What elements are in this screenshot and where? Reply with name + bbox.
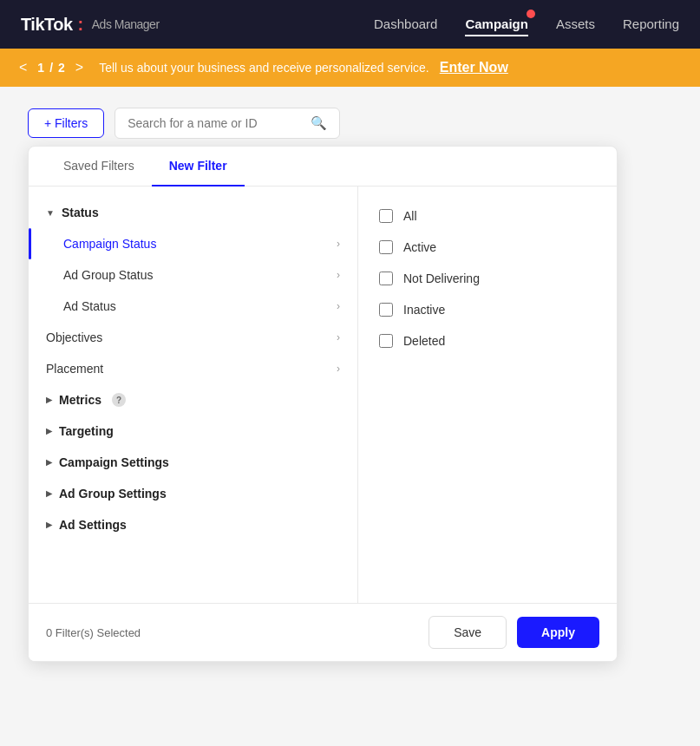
banner-prev-btn[interactable]: < xyxy=(14,58,32,77)
nav-assets[interactable]: Assets xyxy=(556,13,595,36)
nav-campaign-label: Campaign xyxy=(465,16,528,31)
logo-colon: : xyxy=(78,15,83,35)
filter-button[interactable]: + Filters xyxy=(28,108,104,138)
option-inactive-label: Inactive xyxy=(403,303,445,317)
banner-page1: 1 xyxy=(37,61,44,75)
logo: TikTok: Ads Manager xyxy=(21,15,160,35)
logo-tiktok: TikTok xyxy=(21,15,73,35)
promo-banner: < 1 / 2 > Tell us about your business an… xyxy=(0,49,700,87)
filter-categories: ▼ Status Campaign Status › Ad Group Stat… xyxy=(29,186,358,603)
placement-label: Placement xyxy=(46,362,103,376)
ad-group-status-chevron: › xyxy=(337,269,340,281)
option-active[interactable]: Active xyxy=(376,232,599,263)
apply-button[interactable]: Apply xyxy=(517,617,599,648)
metrics-section-header[interactable]: ▶ Metrics ? xyxy=(29,384,357,416)
metrics-help-icon: ? xyxy=(112,393,126,407)
status-section-header[interactable]: ▼ Status xyxy=(29,197,357,228)
campaign-status-item[interactable]: Campaign Status › xyxy=(29,228,357,259)
search-box: 🔍 xyxy=(114,108,340,139)
checkbox-all[interactable] xyxy=(379,209,393,223)
ad-group-settings-expand-arrow: ▶ xyxy=(46,489,52,498)
nav-dashboard[interactable]: Dashboard xyxy=(374,13,437,36)
option-deleted-label: Deleted xyxy=(403,334,445,348)
campaign-notification-dot xyxy=(527,10,535,18)
nav-campaign[interactable]: Campaign xyxy=(465,13,528,36)
checkbox-deleted[interactable] xyxy=(379,334,393,348)
metrics-expand-arrow: ▶ xyxy=(46,396,52,404)
banner-slash: / xyxy=(49,61,53,75)
filter-panel: Saved Filters New Filter ▼ Status Campai… xyxy=(28,146,618,662)
ad-status-item[interactable]: Ad Status › xyxy=(29,291,357,322)
status-collapse-arrow: ▼ xyxy=(46,208,55,218)
ad-group-settings-section-header[interactable]: ▶ Ad Group Settings xyxy=(29,478,357,509)
banner-next-btn[interactable]: > xyxy=(70,58,88,77)
banner-page2: 2 xyxy=(58,61,65,75)
campaign-settings-section-label: Campaign Settings xyxy=(59,455,169,469)
option-active-label: Active xyxy=(403,240,436,254)
option-all-label: All xyxy=(403,209,417,223)
placement-item[interactable]: Placement › xyxy=(29,353,357,384)
search-input[interactable] xyxy=(128,116,304,130)
panel-body: ▼ Status Campaign Status › Ad Group Stat… xyxy=(29,186,617,603)
ad-settings-expand-arrow: ▶ xyxy=(46,520,52,529)
ad-status-chevron: › xyxy=(337,300,340,312)
ad-group-status-item[interactable]: Ad Group Status › xyxy=(29,259,357,291)
banner-link[interactable]: Enter Now xyxy=(440,60,508,75)
nav-reporting[interactable]: Reporting xyxy=(623,13,679,36)
tab-new-filter[interactable]: New Filter xyxy=(152,147,245,186)
ad-group-settings-section-label: Ad Group Settings xyxy=(59,487,167,501)
logo-ads-manager: Ads Manager xyxy=(92,17,160,31)
tab-saved-filters[interactable]: Saved Filters xyxy=(46,147,152,186)
filter-count: 0 Filter(s) Selected xyxy=(46,626,141,639)
main-content: + Filters 🔍 Saved Filters New Filter ▼ S… xyxy=(0,87,700,683)
status-section-label: Status xyxy=(62,206,99,219)
ad-settings-section-header[interactable]: ▶ Ad Settings xyxy=(29,509,357,540)
placement-chevron: › xyxy=(337,363,340,375)
objectives-item[interactable]: Objectives › xyxy=(29,322,357,353)
option-all[interactable]: All xyxy=(376,200,599,232)
checkbox-active[interactable] xyxy=(379,240,393,254)
panel-tabs: Saved Filters New Filter xyxy=(29,147,617,186)
targeting-section-label: Targeting xyxy=(59,424,114,438)
ad-group-status-label: Ad Group Status xyxy=(63,268,154,282)
filter-options: All Active Not Delivering Inactive Delet xyxy=(358,186,617,603)
banner-message: Tell us about your business and receive … xyxy=(99,61,429,75)
search-icon: 🔍 xyxy=(311,115,327,131)
nav-links: Dashboard Campaign Assets Reporting xyxy=(374,13,679,36)
campaign-status-chevron: › xyxy=(337,238,340,250)
checkbox-inactive[interactable] xyxy=(379,303,393,317)
option-not-delivering[interactable]: Not Delivering xyxy=(376,263,599,294)
ad-settings-section-label: Ad Settings xyxy=(59,518,127,532)
campaign-status-label: Campaign Status xyxy=(63,237,156,251)
objectives-chevron: › xyxy=(337,331,340,344)
targeting-section-header[interactable]: ▶ Targeting xyxy=(29,416,357,447)
option-inactive[interactable]: Inactive xyxy=(376,294,599,325)
panel-footer: 0 Filter(s) Selected Save Apply xyxy=(29,603,617,661)
campaign-settings-section-header[interactable]: ▶ Campaign Settings xyxy=(29,447,357,478)
option-not-delivering-label: Not Delivering xyxy=(403,272,480,285)
checkbox-not-delivering[interactable] xyxy=(379,272,393,285)
metrics-section-label: Metrics xyxy=(59,393,101,407)
targeting-expand-arrow: ▶ xyxy=(46,427,52,435)
filter-bar: + Filters 🔍 xyxy=(28,108,672,139)
option-deleted[interactable]: Deleted xyxy=(376,325,599,357)
ad-status-label: Ad Status xyxy=(63,299,116,313)
banner-navigation: < 1 / 2 > xyxy=(14,58,88,77)
top-nav: TikTok: Ads Manager Dashboard Campaign A… xyxy=(0,0,700,49)
objectives-label: Objectives xyxy=(46,330,102,344)
campaign-settings-expand-arrow: ▶ xyxy=(46,458,52,467)
save-button[interactable]: Save xyxy=(429,616,507,649)
